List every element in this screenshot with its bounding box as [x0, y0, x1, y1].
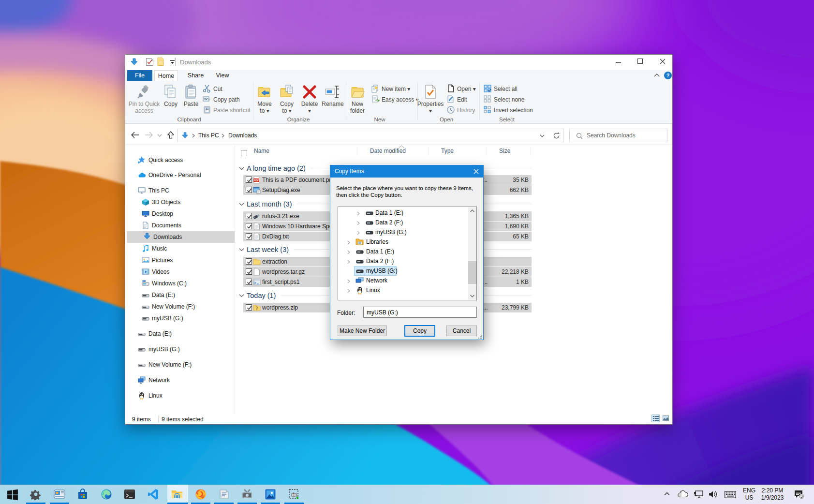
- svg-text:3: 3: [800, 494, 803, 499]
- svg-text:PDF: PDF: [254, 179, 259, 182]
